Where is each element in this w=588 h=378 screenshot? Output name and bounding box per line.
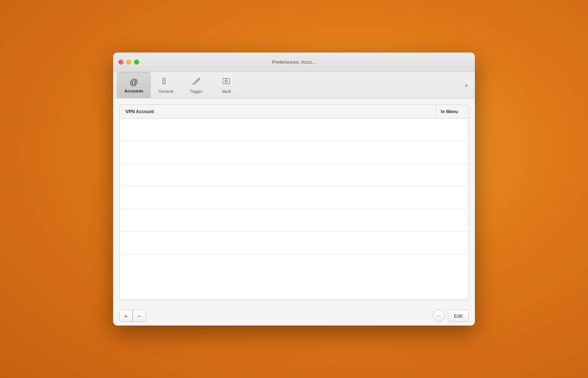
- window-title: Preferences: Acco...: [272, 59, 316, 65]
- col-vpn-account-header: VPN Account: [126, 109, 436, 114]
- tab-general-label: General: [159, 89, 173, 94]
- remove-button[interactable]: −: [133, 310, 146, 322]
- tab-accounts[interactable]: @ Accounts: [117, 72, 151, 98]
- svg-rect-1: [163, 78, 165, 84]
- minimize-button[interactable]: [126, 60, 131, 65]
- tab-vault-label: Vault: [222, 89, 231, 94]
- general-icon: [162, 77, 170, 88]
- more-options-button[interactable]: ···: [433, 310, 445, 322]
- trigger-icon: [191, 77, 201, 88]
- tab-trigger-label: Trigger: [190, 89, 202, 94]
- edit-button[interactable]: Edit: [448, 310, 469, 322]
- table-header: VPN Account In Menu: [119, 105, 469, 118]
- action-buttons: ··· Edit: [433, 310, 469, 322]
- add-button[interactable]: +: [119, 310, 133, 322]
- tab-accounts-label: Accounts: [124, 89, 143, 93]
- svg-point-9: [226, 81, 227, 81]
- close-button[interactable]: [118, 60, 123, 65]
- col-in-menu-header: In Menu: [436, 105, 462, 118]
- table-row: [119, 254, 469, 277]
- table-row: [119, 186, 469, 209]
- tab-general[interactable]: General: [151, 72, 181, 98]
- vault-icon: [222, 77, 230, 88]
- add-remove-buttons: + −: [119, 310, 146, 322]
- table-row: [119, 209, 469, 232]
- table-row: [119, 232, 469, 254]
- accounts-icon: @: [130, 77, 138, 87]
- toolbar: @ Accounts General: [113, 72, 475, 98]
- tab-trigger[interactable]: Trigger: [181, 72, 211, 98]
- table-row: [119, 141, 469, 164]
- main-content: VPN Account In Menu: [119, 104, 469, 300]
- traffic-lights: [118, 60, 139, 65]
- table-row: [119, 164, 469, 186]
- tab-vault[interactable]: Vault: [211, 72, 241, 98]
- table-row: [119, 118, 469, 141]
- toolbar-more-button[interactable]: »: [462, 80, 471, 90]
- table-body: [119, 118, 469, 300]
- svg-rect-0: [163, 78, 165, 84]
- maximize-button[interactable]: [134, 60, 139, 65]
- bottom-bar: + − ··· Edit: [113, 306, 475, 326]
- titlebar: Preferences: Acco...: [113, 52, 475, 72]
- preferences-window: Preferences: Acco... @ Accounts General: [113, 52, 475, 326]
